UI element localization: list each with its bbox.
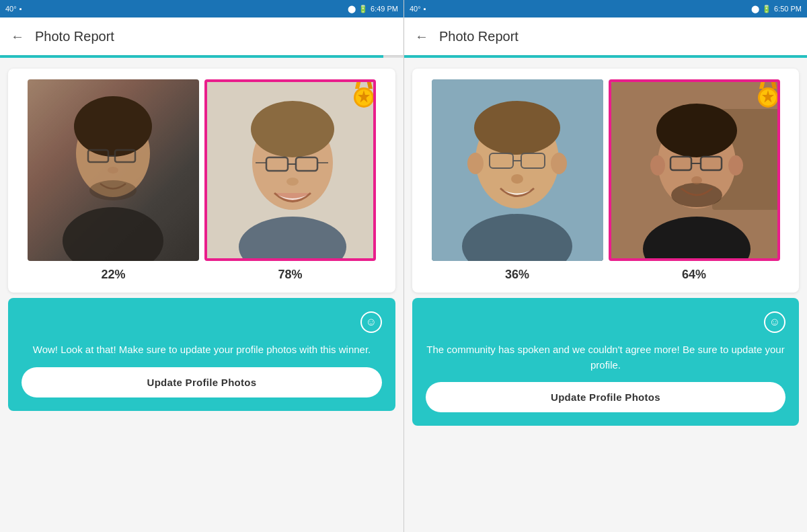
medal-icon-2 [753,79,780,108]
content-area-2: 36% [404,58,807,532]
update-button-1[interactable]: Update Profile Photos [22,367,382,397]
svg-rect-8 [28,79,199,261]
photo-wrapper-1b: 78% [204,79,376,282]
battery-icon-1: 🔋 [358,5,368,13]
smiley-icon-2: ☺ [764,311,785,333]
status-bar-2: 40° ▪ ⬤ 🔋 6:50 PM [404,0,807,17]
bluetooth-icon-2: ⬤ [751,5,759,13]
svg-point-42 [656,104,737,157]
photo-percentage-1b: 78% [278,268,302,282]
photo-wrapper-1a: 22% [28,79,199,282]
svg-point-22 [286,178,299,186]
medal-container-1 [349,79,376,110]
medal-icon-1 [349,79,376,108]
content-area-1: 22% [0,58,404,532]
svg-point-28 [551,153,567,174]
photo-image-2b [609,79,780,261]
medal-container-2 [753,79,780,110]
status-bar-left-1: 40° ▪ [5,5,22,13]
photo-image-1b [204,79,376,261]
status-bar-left-2: 40° ▪ [410,5,426,13]
photo-image-2a [432,79,603,261]
photo-percentage-2a: 36% [505,268,529,282]
photo-wrapper-2b: 64% [609,79,780,282]
photo-card-1: 22% [8,69,395,293]
photo-card-2: 36% [412,69,799,293]
svg-marker-34 [759,79,767,89]
app-bar-2: ← Photo Report [404,17,807,55]
app-bar-1: ← Photo Report [0,17,404,55]
back-button-2[interactable]: ← [415,29,428,44]
signal-icon-1: ▪ [20,5,22,13]
bottom-section-1: ☺ Wow! Look at that! Make sure to update… [8,298,395,411]
svg-point-44 [728,155,743,176]
phone-panel-1: 40° ▪ ⬤ 🔋 6:49 PM ← Photo Report [0,0,404,532]
page-title-1: Photo Report [35,29,114,44]
smiley-icon-1: ☺ [360,311,382,333]
bottom-section-2: ☺ The community has spoken and we couldn… [412,298,799,426]
photo-percentage-2b: 64% [682,268,706,282]
face-svg-1a [28,79,199,261]
svg-point-32 [511,174,523,184]
status-bar-1: 40° ▪ ⬤ 🔋 6:49 PM [0,0,404,17]
back-button-1[interactable]: ← [11,29,24,44]
bottom-message-2: The community has spoken and we couldn't… [426,342,785,373]
time-2: 6:50 PM [774,5,802,13]
signal-icon-2: ▪ [424,5,426,13]
update-button-2[interactable]: Update Profile Photos [426,382,785,412]
svg-marker-10 [365,79,373,89]
photos-row-1: 22% [19,79,385,282]
photo-image-1a [28,79,199,261]
smiley-row-1: ☺ [22,311,382,333]
svg-point-26 [474,101,560,155]
status-bar-right-2: ⬤ 🔋 6:50 PM [751,5,802,13]
smiley-row-2: ☺ [426,311,785,333]
svg-point-16 [251,101,334,157]
photo-percentage-1a: 22% [101,268,125,282]
bottom-message-1: Wow! Look at that! Make sure to update y… [33,342,371,358]
temperature-2: 40° [410,5,421,13]
face-svg-2a [432,79,603,261]
photos-row-2: 36% [423,79,788,282]
photo-wrapper-2a: 36% [432,79,603,282]
battery-icon-2: 🔋 [762,5,771,13]
phone-panel-2: 40° ▪ ⬤ 🔋 6:50 PM ← Photo Report [404,0,807,532]
temperature-1: 40° [5,5,17,13]
svg-marker-35 [769,79,777,89]
status-bar-right-1: ⬤ 🔋 6:49 PM [348,5,398,13]
page-title-2: Photo Report [439,29,518,44]
svg-point-43 [650,155,665,176]
svg-point-27 [467,153,484,174]
svg-marker-9 [355,79,362,89]
bluetooth-icon-1: ⬤ [348,5,356,13]
time-1: 6:49 PM [371,5,398,13]
svg-point-49 [691,176,702,184]
